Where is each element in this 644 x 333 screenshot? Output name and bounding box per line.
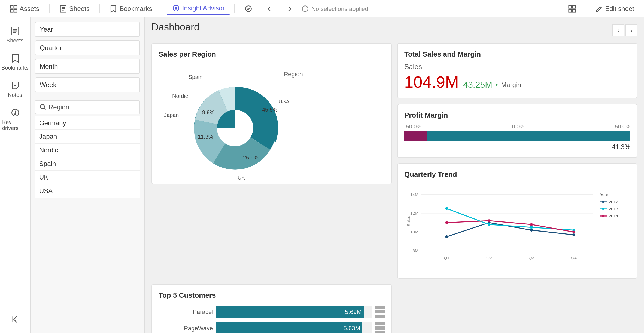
sheet-nav: ‹ › xyxy=(612,24,637,36)
svg-rect-15 xyxy=(572,9,575,12)
svg-text:USA: USA xyxy=(278,98,290,104)
svg-text:26.9%: 26.9% xyxy=(243,155,259,161)
svg-point-60 xyxy=(488,219,490,222)
region-nordic[interactable]: Nordic xyxy=(35,144,140,157)
region-search-label: Region xyxy=(48,103,69,111)
bar-row-paracel: Paracel 5.69M xyxy=(159,306,385,318)
main-content: Dashboard ‹ › Sales per Region Region xyxy=(145,17,644,333)
donut-chart: Region xyxy=(159,65,344,180)
filter-quarter[interactable]: Quarter xyxy=(35,40,140,55)
region-list: Germany Japan Nordic Spain UK USA xyxy=(35,116,140,198)
quarterly-trend-title: Quarterly Trend xyxy=(404,170,630,178)
edit-sheet-button[interactable]: Edit sheet xyxy=(590,2,640,14)
filter-year[interactable]: Year xyxy=(35,22,140,37)
svg-text:Region: Region xyxy=(284,71,303,78)
bar-value-paracel: 5.69M xyxy=(345,309,362,315)
profit-value: 41.3% xyxy=(404,143,630,151)
nav-sheets[interactable]: Sheets xyxy=(54,2,95,14)
bar-value-pagewave: 5.63M xyxy=(344,325,360,331)
sidebar-icons: Sheets Bookmarks Notes Key drivers xyxy=(0,17,31,333)
svg-text:2012: 2012 xyxy=(609,199,618,204)
svg-rect-2 xyxy=(10,9,13,12)
svg-rect-1 xyxy=(14,5,17,8)
sidebar-key-drivers[interactable]: Key drivers xyxy=(0,103,30,135)
nav-forward[interactable] xyxy=(281,2,299,14)
svg-text:Spain: Spain xyxy=(189,74,202,80)
top5-title: Top 5 Customers xyxy=(159,291,385,299)
sidebar-sheets[interactable]: Sheets xyxy=(0,22,30,48)
region-japan[interactable]: Japan xyxy=(35,130,140,144)
total-sales-card: Total Sales and Margin Sales 104.9M 43.2… xyxy=(397,43,637,98)
bar-fill-paracel: 5.69M xyxy=(216,306,364,318)
svg-text:2013: 2013 xyxy=(609,206,618,211)
right-top-cards: Total Sales and Margin Sales 104.9M 43.2… xyxy=(397,43,637,279)
svg-text:Sales: Sales xyxy=(406,216,411,226)
svg-text:Q4: Q4 xyxy=(571,255,577,260)
svg-text:45.5%: 45.5% xyxy=(262,107,278,113)
left-filter-panel: Year Quarter Month Week Region Germany J… xyxy=(31,17,145,333)
region-search-box[interactable]: Region xyxy=(35,100,140,114)
total-sales-title: Total Sales and Margin xyxy=(404,50,630,58)
svg-point-61 xyxy=(530,223,533,226)
bar-fill-pagewave: 5.63M xyxy=(216,322,362,333)
bar-track-pagewave: 5.63M xyxy=(216,322,372,333)
profit-neg-bar xyxy=(404,131,427,141)
svg-text:Year: Year xyxy=(600,192,608,197)
sales-per-region-card: Sales per Region Region xyxy=(151,43,392,184)
nav-selections-tool[interactable] xyxy=(239,2,258,14)
profit-pos-bar xyxy=(427,131,630,141)
sheet-prev[interactable]: ‹ xyxy=(612,24,624,36)
svg-rect-12 xyxy=(569,5,572,8)
nav-assets[interactable]: Assets xyxy=(4,2,45,14)
margin-dot: • xyxy=(496,81,498,89)
sales-sub: 43.25M • Margin xyxy=(463,80,521,90)
svg-text:9.9%: 9.9% xyxy=(202,109,215,115)
sidebar-collapse[interactable] xyxy=(0,310,30,329)
nav-back[interactable] xyxy=(260,2,279,14)
svg-text:Japan: Japan xyxy=(164,112,179,118)
nav-bookmarks[interactable]: Bookmarks xyxy=(104,2,158,14)
filter-week[interactable]: Week xyxy=(35,77,140,92)
region-germany[interactable]: Germany xyxy=(35,116,140,130)
sales-label: Sales xyxy=(404,63,630,71)
nav-divider-2 xyxy=(99,4,100,13)
svg-text:10M: 10M xyxy=(410,230,418,234)
grid-view-button[interactable] xyxy=(563,2,581,14)
svg-point-62 xyxy=(572,231,575,233)
svg-point-68 xyxy=(602,208,604,210)
region-uk[interactable]: UK xyxy=(35,171,140,184)
no-selections-indicator: No selections applied xyxy=(302,5,368,12)
svg-point-65 xyxy=(602,201,604,203)
quarterly-trend-card: Quarterly Trend 14M 12M 10M 8M Q1 xyxy=(397,163,637,279)
region-usa[interactable]: USA xyxy=(35,184,140,198)
quarterly-chart: 14M 12M 10M 8M Q1 Q2 Q3 Q4 xyxy=(404,183,630,270)
svg-rect-14 xyxy=(569,9,572,12)
sheet-next[interactable]: › xyxy=(625,24,637,36)
dashboard-grid: Sales per Region Region xyxy=(151,43,637,333)
margin-value: 43.25M xyxy=(463,80,492,90)
svg-point-24 xyxy=(14,114,16,115)
nav-divider-4 xyxy=(235,4,235,13)
region-spain[interactable]: Spain xyxy=(35,157,140,171)
top-right-nav: Edit sheet xyxy=(563,2,640,14)
region-filter-section: Region Germany Japan Nordic Spain UK USA xyxy=(35,100,140,198)
sales-value: 104.9M xyxy=(404,73,459,91)
top-navigation: Assets Sheets Bookmarks Insight Advisor … xyxy=(0,0,644,17)
svg-text:Nordic: Nordic xyxy=(172,93,188,99)
svg-text:14M: 14M xyxy=(410,192,418,197)
sidebar-bookmarks[interactable]: Bookmarks xyxy=(0,49,30,75)
profit-bar-track xyxy=(404,131,630,141)
svg-point-11 xyxy=(302,6,308,11)
sidebar-notes[interactable]: Notes xyxy=(0,76,30,102)
svg-line-27 xyxy=(44,108,45,110)
app-body: Sheets Bookmarks Notes Key drivers Year … xyxy=(0,17,644,333)
bar-mini-paracel xyxy=(375,306,385,318)
svg-point-51 xyxy=(445,235,448,238)
svg-text:8M: 8M xyxy=(412,248,418,253)
svg-text:2014: 2014 xyxy=(609,214,618,218)
svg-text:Q1: Q1 xyxy=(444,255,449,260)
filter-month[interactable]: Month xyxy=(35,59,140,74)
nav-insight-advisor[interactable]: Insight Advisor xyxy=(167,2,230,15)
bar-label-paracel: Paracel xyxy=(159,309,213,315)
svg-rect-3 xyxy=(14,9,17,12)
